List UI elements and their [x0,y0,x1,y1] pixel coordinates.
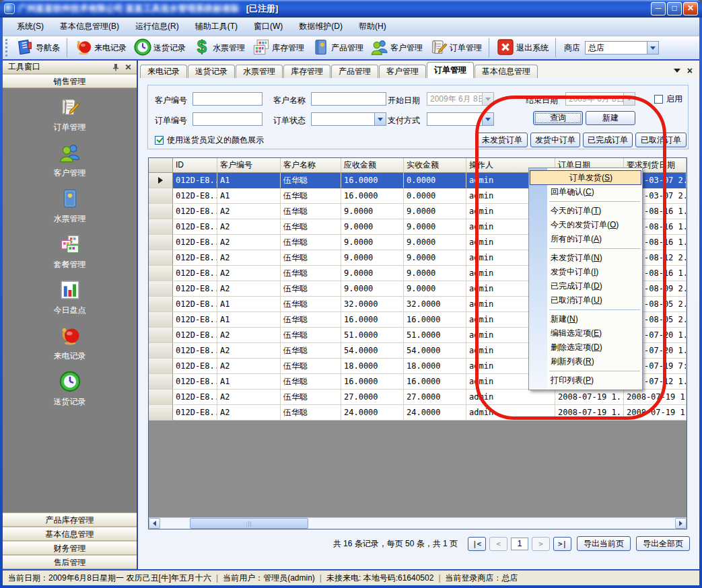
context-menu-item-发货中订单[interactable]: 发货中订单(I) [529,265,642,279]
context-menu-item-新建[interactable]: 新建(N) [529,312,642,326]
column-header-实收金额[interactable]: 实收金额 [404,158,466,173]
sidebar-item-水票管理[interactable]: 水票管理 [54,187,86,225]
tab-订单管理[interactable]: 订单管理 [427,62,474,78]
context-menu-item-编辑选定项[interactable]: 编辑选定项(E) [529,326,642,340]
end-date-dropdown-icon[interactable] [623,93,635,105]
pay-method-select[interactable] [427,112,494,126]
tab-客户管理[interactable]: 客户管理 [379,65,426,78]
status-filter-button-未发货订单[interactable]: 未发货订单 [477,133,528,147]
order-status-select[interactable] [311,112,386,126]
context-menu-item-所有的订单[interactable]: 所有的订单(A) [529,232,642,246]
menu-item[interactable]: 运行信息(R) [128,17,186,36]
column-header-客户名称[interactable]: 客户名称 [281,158,341,173]
menu-item[interactable]: 窗口(W) [246,17,290,36]
tab-库存管理[interactable]: 库存管理 [283,65,330,78]
enable-checkbox[interactable]: 启用 [654,94,682,105]
sidebar-group-产品库存管理[interactable]: 产品库存管理 [3,513,137,527]
context-menu-item-未发货订单[interactable]: 未发货订单(N) [529,251,642,265]
last-page-button[interactable]: >| [553,537,571,551]
tab-来电记录[interactable]: 来电记录 [140,65,187,78]
toolbar-button-来电记录[interactable]: 来电记录 [71,36,130,60]
status-filter-button-已取消订单[interactable]: 已取消订单 [635,133,687,147]
toolbar-button-库存管理[interactable]: 库存管理 [248,36,308,60]
context-menu-item-打印列表[interactable]: 打印列表(P) [529,373,642,388]
sidebar-item-今日盘点[interactable]: 今日盘点 [54,279,86,316]
maximize-button[interactable]: □ [667,2,682,15]
context-menu-item-已取消订单[interactable]: 已取消订单(U) [529,293,642,307]
first-page-button[interactable]: |< [468,537,486,551]
scroll-right-icon[interactable] [675,518,687,529]
query-button[interactable]: 查询 [533,111,583,125]
end-date-picker[interactable]: 2009年 6月 8日 [565,92,635,106]
column-header-应收金额[interactable]: 应收金额 [341,158,404,173]
tab-list-dropdown-icon[interactable] [674,69,680,73]
menu-item[interactable]: 基本信息管理(B) [52,17,127,36]
toolbar-button-产品管理[interactable]: 产品管理 [308,36,367,60]
order-status-dropdown-icon[interactable] [374,113,386,125]
sidebar-group-财务管理[interactable]: 财务管理 [3,541,137,555]
horizontal-scrollbar[interactable] [149,517,687,529]
menu-item[interactable]: 辅助工具(T) [188,17,245,36]
tab-水票管理[interactable]: 水票管理 [236,65,283,78]
context-menu-item-今天的订单[interactable]: 今天的订单(T) [529,204,642,218]
context-menu-item-回单确认[interactable]: 回单确认(C) [529,185,642,199]
pin-icon[interactable] [111,63,120,71]
delivery-color-checkbox[interactable]: 使用送货员定义的颜色展示 [155,135,264,146]
toolbar-button-水票管理[interactable]: $水票管理 [189,36,248,60]
sidebar-item-来电记录[interactable]: 来电记录 [54,324,86,362]
menu-item[interactable]: 系统(S) [9,17,51,36]
sidebar-item-套餐管理[interactable]: 套餐管理 [54,233,86,270]
page-number-input[interactable] [511,538,528,550]
close-button[interactable]: ✕ [683,2,698,15]
table-row[interactable]: 012D-E8...A2伍华聪24.000024.0000admin2008-0… [149,405,687,420]
tab-close-icon[interactable]: × [687,67,693,74]
customer-no-input[interactable] [192,92,262,106]
start-date-picker[interactable]: 2009年 6月 8日 [427,92,494,106]
context-menu-item-刷新列表[interactable]: 刷新列表(R) [529,355,642,369]
menu-item[interactable]: 帮助(H) [351,17,394,36]
scrollbar-thumb[interactable] [190,518,308,529]
toolbar-button-退出系统[interactable]: 退出系统 [493,36,552,60]
prev-page-button[interactable]: < [489,537,507,551]
column-header-客户编号[interactable]: 客户编号 [217,158,281,173]
export-current-page-button[interactable]: 导出当前页 [577,536,631,551]
toolbar-button-导航条[interactable]: 导航条 [12,36,63,60]
sidebar-icon-panel: 订单管理客户管理水票管理套餐管理今日盘点来电记录送货记录 [3,88,137,513]
column-header-ID[interactable]: ID [173,158,217,173]
tab-产品管理[interactable]: 产品管理 [331,65,378,78]
delivery-color-checkbox-box[interactable] [155,136,164,145]
toolbar-grip[interactable] [5,39,9,57]
status-filter-button-已完成订单[interactable]: 已完成订单 [583,133,633,147]
minimize-button[interactable]: ─ [651,2,666,15]
sidebar-item-订单管理[interactable]: 订单管理 [54,96,86,133]
context-menu-item-已完成订单[interactable]: 已完成订单(D) [529,279,642,293]
order-no-input[interactable] [192,112,262,126]
toolbar-button-送货记录[interactable]: 送货记录 [130,36,189,60]
context-menu-item-订单发货[interactable]: 订单发货(S) [530,170,641,185]
sidebar-group-sales[interactable]: 销售管理 [3,74,137,88]
pay-method-dropdown-icon[interactable] [482,113,493,125]
sidebar-group-基本信息管理[interactable]: 基本信息管理 [3,527,137,541]
toolbar-button-订单管理[interactable]: 订单管理 [426,36,485,60]
sidebar-item-客户管理[interactable]: 客户管理 [54,141,86,179]
next-page-button[interactable]: > [532,537,550,551]
start-date-dropdown-icon[interactable] [482,93,493,105]
sidebar-group-售后管理[interactable]: 售后管理 [3,555,137,569]
sidebar-item-送货记录[interactable]: 送货记录 [54,370,86,408]
table-row[interactable]: 012D-E8...A2伍华聪27.000027.0000admin2008-0… [149,390,687,405]
enable-checkbox-box[interactable] [654,95,663,104]
status-filter-button-发货中订单[interactable]: 发货中订单 [530,133,580,147]
tab-送货记录[interactable]: 送货记录 [188,65,235,78]
customer-name-input[interactable] [311,92,386,106]
context-menu-item-今天的发货订单[interactable]: 今天的发货订单(O) [529,218,642,232]
tab-基本信息管理[interactable]: 基本信息管理 [475,65,538,78]
shop-combobox[interactable]: 总店 [585,41,659,54]
scroll-left-icon[interactable] [149,518,160,529]
toolbar-button-客户管理[interactable]: 客户管理 [367,36,426,60]
export-all-pages-button[interactable]: 导出全部页 [636,536,690,551]
context-menu-item-删除选定项[interactable]: 删除选定项(D) [529,340,642,355]
tool-window-close-icon[interactable]: ✕ [124,63,133,71]
shop-dropdown-icon[interactable] [647,42,658,54]
new-button[interactable]: 新建 [586,111,635,125]
menu-item[interactable]: 数据维护(D) [291,17,350,36]
